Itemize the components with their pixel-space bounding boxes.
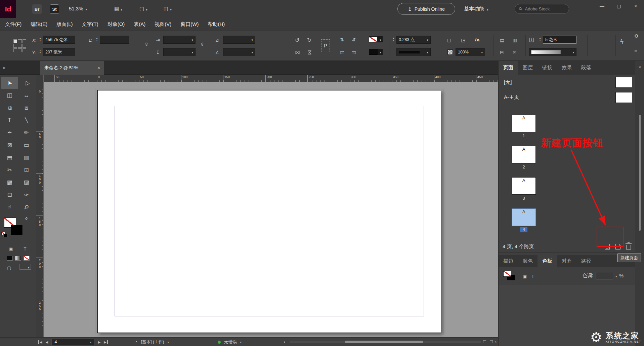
publish-online-button[interactable]: ↥ Publish Online	[397, 3, 455, 15]
pencil-tool[interactable]: ✏	[18, 126, 35, 139]
l-input[interactable]	[100, 36, 129, 44]
paragraph-proxy-button[interactable]: P	[321, 39, 330, 52]
pages-scrollbar[interactable]	[639, 115, 641, 231]
rotate-cw-icon[interactable]: ↻	[307, 37, 311, 43]
free-transform-tool[interactable]: ⊡	[18, 164, 35, 176]
tab-paragraph[interactable]: 段落	[576, 61, 596, 75]
close-tab-icon[interactable]: ×	[97, 65, 100, 71]
master-none-row[interactable]: [无]	[499, 75, 635, 90]
menu-table[interactable]: 表(A)	[134, 21, 145, 28]
l-stepper[interactable]	[95, 37, 99, 41]
ruler-origin-corner[interactable]	[36, 75, 44, 82]
constrain-wh-icon[interactable]: ∞	[200, 42, 205, 46]
arrange-documents-button[interactable]: ◫	[164, 6, 172, 12]
gap-tool[interactable]: ↔	[18, 89, 35, 102]
collapse-right-icon[interactable]: »	[635, 64, 644, 70]
workspace-switcher[interactable]: 基本功能	[464, 6, 488, 12]
preflight-profile-label[interactable]: [基本] (工作)	[141, 339, 164, 345]
horizontal-grid-tool[interactable]: ▤	[1, 151, 18, 164]
effects-button[interactable]: fx.	[475, 37, 480, 42]
scroll-right-arrow[interactable]: ›	[495, 338, 497, 346]
page-thumb-1[interactable]: A 1	[512, 115, 536, 139]
content-placer-tool[interactable]: ⧈	[18, 102, 35, 114]
rectangle-tool[interactable]: ▭	[18, 139, 35, 151]
scrollbar-option-icon-1[interactable]	[483, 340, 486, 343]
tab-layers[interactable]: 图层	[518, 61, 538, 75]
stroke-style-dropdown[interactable]	[396, 48, 431, 56]
text-frame-icon-3[interactable]: ⊟	[500, 50, 504, 55]
bridge-button[interactable]: Br	[32, 4, 42, 14]
collapse-left-icon[interactable]: «	[3, 65, 5, 70]
delete-page-icon[interactable]	[626, 245, 631, 250]
rotate-ccw-icon[interactable]: ↺	[295, 37, 299, 43]
tab-pages[interactable]: 页面	[499, 61, 518, 75]
menu-edit[interactable]: 编辑(E)	[31, 21, 47, 28]
first-page-button[interactable]: ◀	[38, 340, 42, 344]
tab-stroke[interactable]: 描边	[499, 255, 518, 267]
horizontal-scrollbar[interactable]	[290, 341, 481, 343]
selection-tool[interactable]: ➤	[1, 77, 18, 89]
previous-page-button[interactable]: ◀	[46, 340, 48, 344]
frame-grid-icon[interactable]: ⊞	[529, 36, 534, 44]
spacing-icon-1[interactable]: ⇅	[340, 37, 344, 42]
stroke-weight-input[interactable]: 0.283 点	[396, 36, 431, 44]
pen-tool[interactable]: ✒	[1, 126, 18, 139]
restore-button[interactable]: ▢	[610, 0, 627, 12]
fill-color-swatch[interactable]	[369, 49, 378, 55]
tab-pathfinder[interactable]: 路径	[576, 255, 596, 267]
last-page-button[interactable]: ▶	[104, 340, 108, 344]
gradient-swatch-tool[interactable]: ▩	[1, 176, 18, 189]
spacing-icon-3[interactable]: ⇄	[340, 49, 344, 55]
document-page[interactable]	[97, 90, 441, 333]
stroke-weight-stepper[interactable]	[392, 37, 395, 41]
page-tool[interactable]: ◫	[1, 89, 18, 102]
stroke-swatch-black[interactable]	[11, 225, 23, 235]
corner-options-icon[interactable]: ▢	[447, 37, 451, 43]
tab-swatches[interactable]: 色板	[538, 255, 557, 267]
corner-shape-icon[interactable]: ◳	[461, 37, 465, 43]
rectangle-frame-tool[interactable]: ⊠	[1, 139, 18, 151]
horizontal-scrollbar-thumb[interactable]	[345, 341, 423, 343]
y-stepper[interactable]	[38, 49, 42, 54]
menu-help[interactable]: 帮助(H)	[208, 21, 225, 28]
y-input[interactable]: 207 毫米	[43, 48, 75, 56]
screen-mode-button-top[interactable]: ▢	[139, 6, 147, 12]
document-tab[interactable]: 未命名-2 @ 51% ×	[40, 61, 104, 75]
stroke-color-dropdown[interactable]	[378, 36, 383, 42]
grid-gap-stepper[interactable]	[538, 37, 542, 41]
quick-apply-icon[interactable]: ϟ	[620, 38, 624, 45]
master-a-row[interactable]: A-主页	[499, 90, 635, 105]
menu-view[interactable]: 视图(V)	[155, 21, 171, 28]
fill-color-dropdown[interactable]	[378, 49, 383, 55]
adobe-stock-search[interactable]: ⚲ Adobe Stock	[515, 4, 569, 14]
next-page-button[interactable]: ▶	[98, 340, 100, 344]
x-input[interactable]: 456.75 毫米	[43, 36, 75, 44]
text-frame-icon-1[interactable]: ▤	[500, 37, 504, 43]
apply-none-button[interactable]	[24, 256, 30, 261]
x-stepper[interactable]	[38, 37, 42, 41]
swatches-fill-stroke-proxy[interactable]	[503, 270, 518, 282]
width-input[interactable]	[163, 36, 196, 44]
gear-icon[interactable]: ⚙	[634, 33, 639, 39]
flip-vertical-icon[interactable]: ⋈	[307, 50, 313, 55]
height-input[interactable]	[163, 48, 196, 56]
current-page-dropdown[interactable]: 4	[51, 339, 94, 345]
apply-gradient-button[interactable]	[15, 256, 21, 261]
gradient-feather-tool[interactable]: ▨	[18, 176, 35, 189]
formatting-text-button[interactable]: T	[21, 245, 29, 253]
grid-gap-input[interactable]: 5 毫米	[543, 36, 576, 44]
scale-input[interactable]	[223, 36, 255, 44]
page-thumb-3[interactable]: A 3	[512, 177, 536, 201]
hand-tool[interactable]: ☝	[1, 201, 18, 214]
tab-effects[interactable]: 效果	[557, 61, 576, 75]
menu-window[interactable]: 窗口(W)	[180, 21, 199, 28]
zoom-level-control[interactable]: 51.3%	[69, 6, 87, 11]
shear-input[interactable]	[223, 48, 255, 56]
spacing-icon-4[interactable]: ⇆	[352, 49, 356, 55]
menu-object[interactable]: 对象(O)	[108, 21, 125, 28]
container-color-icon[interactable]: ▣	[523, 274, 527, 279]
scroll-left-arrow[interactable]: ‹	[284, 338, 285, 346]
preflight-status-group[interactable]: 无错误	[218, 338, 242, 346]
type-tool[interactable]: T	[1, 114, 18, 126]
stock-button[interactable]: St	[50, 4, 59, 14]
